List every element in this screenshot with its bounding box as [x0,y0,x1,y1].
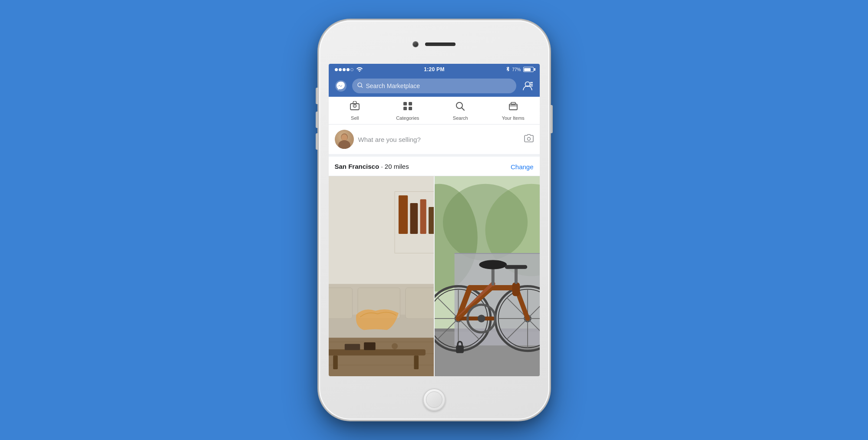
svg-point-88 [477,315,485,322]
signal-dot-5 [350,68,353,71]
tab-search-label: Search [453,115,468,121]
svg-point-61 [443,184,528,261]
search-bar[interactable]: Search Marketplace [352,79,516,93]
svg-point-1 [358,83,362,87]
svg-line-2 [361,86,363,88]
home-button[interactable] [423,388,446,411]
listings-grid [329,176,540,376]
sell-icon [350,101,360,113]
listing-bike[interactable] [435,176,540,376]
tab-your-items-label: Your Items [502,115,525,121]
svg-rect-38 [429,207,434,234]
svg-point-9 [354,105,355,106]
svg-rect-16 [509,104,517,110]
sell-input[interactable]: What are you selling? [358,136,520,143]
svg-point-22 [341,135,347,141]
wifi-icon [356,67,363,72]
svg-rect-17 [511,102,515,105]
svg-rect-37 [420,199,426,234]
location-row: San Francisco · 20 miles Change [329,157,540,176]
signal-dot-3 [343,68,346,71]
tab-your-items[interactable]: Your Items [487,101,540,121]
tab-categories[interactable]: Categories [381,101,434,121]
svg-point-90 [479,260,507,269]
svg-rect-11 [409,102,412,105]
camera-button[interactable] [524,134,534,145]
signal-dot-1 [335,68,338,71]
tab-search[interactable]: Search [434,101,487,121]
speaker-grill [425,43,455,46]
battery-percent: 77% [512,67,521,72]
tab-sell-label: Sell [351,115,359,121]
tab-categories-label: Categories [396,115,419,121]
location-text: San Francisco · 20 miles [335,163,409,171]
svg-rect-53 [333,355,338,369]
city-name: San Francisco [335,163,380,170]
phone-top-bar [319,20,549,68]
svg-rect-93 [456,345,464,353]
phone-mockup: 1:20 PM 77% [319,20,549,420]
svg-rect-65 [454,253,539,254]
svg-point-24 [527,137,530,140]
svg-rect-55 [344,344,360,350]
tab-sell[interactable]: Sell [329,101,382,121]
svg-rect-31 [329,341,434,342]
profile-menu-icon[interactable] [521,79,535,93]
svg-rect-54 [414,355,419,369]
svg-rect-10 [403,102,407,105]
svg-rect-35 [398,195,407,234]
listing-sofa[interactable] [329,176,434,376]
svg-rect-36 [410,203,418,234]
bluetooth-icon [506,66,510,73]
svg-rect-86 [512,282,520,296]
phone-screen: 1:20 PM 77% [329,64,540,376]
svg-rect-56 [364,342,376,350]
battery-icon [523,67,534,72]
svg-line-15 [462,108,465,111]
status-bar: 1:20 PM 77% [329,64,540,75]
home-button-inner [426,391,442,408]
messenger-icon[interactable] [334,79,348,93]
search-tab-icon [455,101,465,113]
categories-icon [403,101,413,113]
search-icon [357,82,363,89]
svg-rect-49 [405,288,433,319]
svg-rect-13 [409,107,412,110]
status-time: 1:20 PM [424,66,444,72]
app-header: Search Marketplace [329,75,540,97]
location-distance: · 20 miles [381,163,409,170]
change-location-button[interactable]: Change [511,163,534,171]
svg-rect-52 [329,349,426,355]
sell-prompt: What are you selling? [329,125,540,157]
your-items-icon [508,101,518,113]
status-right: 77% [506,66,533,73]
signal-bars [335,68,353,71]
signal-dot-2 [339,68,342,71]
phone-body: 1:20 PM 77% [319,20,549,420]
svg-rect-12 [403,107,407,110]
svg-point-57 [391,343,397,349]
search-placeholder: Search Marketplace [366,82,420,89]
front-camera [413,42,418,47]
svg-rect-47 [329,288,353,319]
status-left [335,67,363,72]
tab-bar: Sell Categories [329,97,540,125]
user-avatar [335,130,354,149]
signal-dot-4 [347,68,350,71]
